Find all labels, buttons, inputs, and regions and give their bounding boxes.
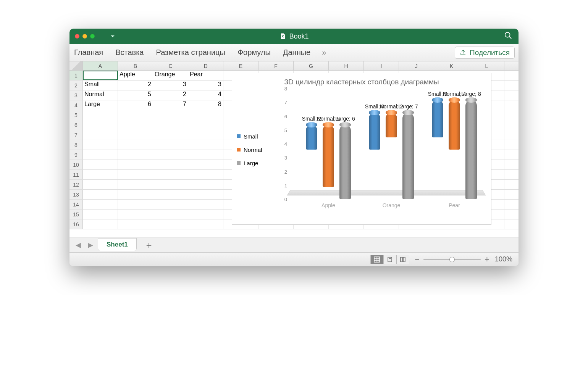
select-all-corner[interactable] bbox=[69, 61, 83, 70]
tab-data[interactable]: Данные bbox=[282, 47, 311, 58]
cell-D2[interactable]: 3 bbox=[188, 81, 223, 90]
minimize-button[interactable] bbox=[82, 34, 87, 39]
cell-D8[interactable] bbox=[188, 140, 223, 150]
bar-orange-large[interactable]: Large; 7 bbox=[402, 113, 414, 200]
bar-orange-normal[interactable]: Normal; 2 bbox=[386, 113, 397, 137]
cell-C10[interactable] bbox=[153, 160, 188, 169]
row-header-11[interactable]: 11 bbox=[69, 170, 83, 179]
cell-A14[interactable] bbox=[83, 200, 118, 209]
zoom-out-button[interactable]: − bbox=[415, 255, 420, 264]
share-button[interactable]: Поделиться bbox=[455, 47, 515, 59]
cell-D9[interactable] bbox=[188, 150, 223, 160]
column-header-I[interactable]: I bbox=[364, 61, 399, 70]
customize-toolbar-icon[interactable] bbox=[110, 33, 115, 40]
row-header-3[interactable]: 3 bbox=[69, 90, 83, 100]
cell-C1[interactable]: Orange bbox=[153, 71, 188, 80]
view-normal-button[interactable] bbox=[370, 255, 383, 264]
row-header-9[interactable]: 9 bbox=[69, 150, 83, 160]
sheet-tab-active[interactable]: Sheet1 bbox=[98, 238, 137, 251]
column-header-L[interactable]: L bbox=[469, 61, 504, 70]
cell-A6[interactable] bbox=[83, 120, 118, 130]
cell-B1[interactable]: Apple bbox=[118, 71, 153, 80]
cell-B12[interactable] bbox=[118, 180, 153, 189]
cell-A9[interactable] bbox=[83, 150, 118, 160]
legend-item-small[interactable]: Small bbox=[237, 133, 279, 140]
tab-home[interactable]: Главная bbox=[73, 47, 104, 58]
cell-B15[interactable] bbox=[118, 210, 153, 219]
cell-C12[interactable] bbox=[153, 180, 188, 189]
column-header-C[interactable]: C bbox=[153, 61, 188, 70]
cell-C8[interactable] bbox=[153, 140, 188, 150]
cell-D1[interactable]: Pear bbox=[188, 71, 223, 80]
cell-D13[interactable] bbox=[188, 190, 223, 199]
cell-A5[interactable] bbox=[83, 110, 118, 120]
cell-A16[interactable] bbox=[83, 219, 118, 229]
column-header-K[interactable]: K bbox=[434, 61, 469, 70]
bar-apple-small[interactable]: Small; 2 bbox=[306, 125, 317, 150]
maximize-button[interactable] bbox=[90, 34, 95, 39]
cell-C3[interactable]: 2 bbox=[153, 90, 188, 100]
cell-B9[interactable] bbox=[118, 150, 153, 160]
search-button[interactable] bbox=[504, 31, 512, 41]
column-header-J[interactable]: J bbox=[399, 61, 434, 70]
row-header-13[interactable]: 13 bbox=[69, 190, 83, 199]
column-header-B[interactable]: B bbox=[118, 61, 153, 70]
cell-D10[interactable] bbox=[188, 160, 223, 169]
bar-apple-normal[interactable]: Normal; 5 bbox=[323, 125, 334, 187]
column-header-D[interactable]: D bbox=[188, 61, 223, 70]
cell-B4[interactable]: 6 bbox=[118, 100, 153, 110]
row-header-14[interactable]: 14 bbox=[69, 200, 83, 209]
cell-A2[interactable]: Small bbox=[83, 81, 118, 90]
legend-item-large[interactable]: Large bbox=[237, 160, 279, 166]
cell-A8[interactable] bbox=[83, 140, 118, 150]
cell-C15[interactable] bbox=[153, 210, 188, 219]
cell-A13[interactable] bbox=[83, 190, 118, 199]
cell-D16[interactable] bbox=[188, 219, 223, 229]
row-header-4[interactable]: 4 bbox=[69, 100, 83, 110]
row-header-10[interactable]: 10 bbox=[69, 160, 83, 169]
view-page-layout-button[interactable] bbox=[383, 255, 396, 264]
cell-D14[interactable] bbox=[188, 200, 223, 209]
cell-C13[interactable] bbox=[153, 190, 188, 199]
cell-A15[interactable] bbox=[83, 210, 118, 219]
more-tabs-icon[interactable]: » bbox=[322, 48, 326, 57]
column-header-H[interactable]: H bbox=[329, 61, 364, 70]
cell-A10[interactable] bbox=[83, 160, 118, 169]
zoom-slider[interactable] bbox=[423, 259, 481, 260]
cell-A3[interactable]: Normal bbox=[83, 90, 118, 100]
row-header-7[interactable]: 7 bbox=[69, 130, 83, 140]
row-header-12[interactable]: 12 bbox=[69, 180, 83, 189]
cell-C14[interactable] bbox=[153, 200, 188, 209]
row-header-1[interactable]: 1 bbox=[69, 71, 83, 80]
cell-C5[interactable] bbox=[153, 110, 188, 120]
cell-A1[interactable] bbox=[83, 71, 118, 80]
bar-apple-large[interactable]: Large; 6 bbox=[339, 125, 351, 199]
column-header-G[interactable]: G bbox=[294, 61, 329, 70]
cell-D4[interactable]: 8 bbox=[188, 100, 223, 110]
bar-orange-small[interactable]: Small; 3 bbox=[369, 113, 380, 150]
cell-C16[interactable] bbox=[153, 219, 188, 229]
cell-B5[interactable] bbox=[118, 110, 153, 120]
bar-pear-normal[interactable]: Normal; 4 bbox=[449, 100, 460, 150]
cell-B8[interactable] bbox=[118, 140, 153, 150]
cell-D3[interactable]: 4 bbox=[188, 90, 223, 100]
column-header-F[interactable]: F bbox=[258, 61, 294, 70]
cell-A12[interactable] bbox=[83, 180, 118, 189]
view-page-break-button[interactable] bbox=[396, 255, 409, 264]
tab-formulas[interactable]: Формулы bbox=[237, 47, 271, 58]
cell-D12[interactable] bbox=[188, 180, 223, 189]
cell-C7[interactable] bbox=[153, 130, 188, 140]
bar-pear-large[interactable]: Large; 8 bbox=[465, 100, 477, 199]
cell-D7[interactable] bbox=[188, 130, 223, 140]
zoom-in-button[interactable]: + bbox=[485, 255, 489, 264]
zoom-thumb[interactable] bbox=[449, 257, 455, 262]
cell-C2[interactable]: 3 bbox=[153, 81, 188, 90]
zoom-level[interactable]: 100% bbox=[495, 255, 512, 263]
cell-B2[interactable]: 2 bbox=[118, 81, 153, 90]
cell-B6[interactable] bbox=[118, 120, 153, 130]
add-sheet-button[interactable]: ＋ bbox=[139, 239, 159, 251]
row-header-5[interactable]: 5 bbox=[69, 110, 83, 120]
fill-handle[interactable] bbox=[116, 79, 118, 80]
tab-page-layout[interactable]: Разметка страницы bbox=[155, 47, 226, 58]
embedded-chart[interactable]: 3D цилиндр кластерных столбцов диаграммы… bbox=[232, 73, 491, 225]
